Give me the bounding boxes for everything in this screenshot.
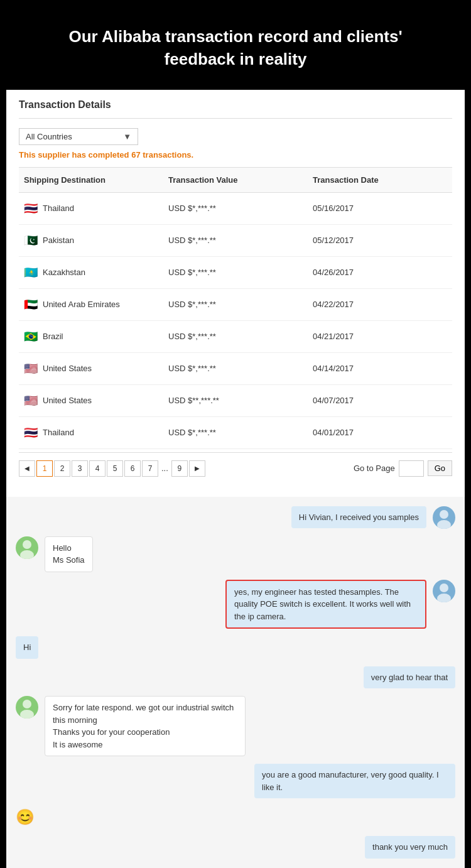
- page-4-btn[interactable]: 4: [89, 460, 106, 477]
- transaction-table-body: 🇹🇭 Thailand USD $*,***.** 05/16/2017 🇵🇰 …: [19, 193, 452, 449]
- cell-date: 04/21/2017: [308, 329, 452, 344]
- goto-page: Go to Page Go: [354, 460, 452, 477]
- country-filter-select[interactable]: All Countries ▼: [19, 128, 138, 145]
- avatar: [16, 696, 38, 719]
- cell-destination: 🇧🇷 Brazil: [19, 327, 163, 346]
- flag-icon: 🇦🇪: [24, 298, 38, 312]
- svg-point-6: [23, 700, 31, 708]
- page-3-btn[interactable]: 3: [72, 460, 88, 477]
- cell-date: 04/22/2017: [308, 297, 452, 312]
- cell-date: 05/12/2017: [308, 233, 452, 247]
- flag-icon: 🇹🇭: [24, 202, 38, 215]
- chat-message-row: 😊: [16, 806, 455, 828]
- dropdown-arrow-icon: ▼: [123, 132, 131, 141]
- chat-bubble: Sorry for late respond. we got our indus…: [45, 696, 246, 756]
- transaction-title: Transaction Details: [19, 99, 452, 119]
- flag-icon: 🇵🇰: [24, 234, 38, 247]
- cell-value: USD $*,***.**: [163, 265, 308, 279]
- table-row: 🇹🇭 Thailand USD $*,***.** 04/01/2017: [19, 417, 452, 449]
- cell-date: 05/16/2017: [308, 201, 452, 215]
- chat-bubble: 😊: [16, 806, 35, 828]
- page-9-btn[interactable]: 9: [171, 460, 188, 477]
- cell-destination: 🇹🇭 Thailand: [19, 423, 163, 442]
- chat-message-row: thank you very much: [16, 836, 455, 859]
- next-page-btn[interactable]: ▶: [189, 460, 205, 477]
- svg-point-7: [20, 710, 34, 719]
- svg-point-0: [440, 510, 448, 519]
- cell-destination: 🇺🇸 United States: [19, 391, 163, 410]
- cell-date: 04/26/2017: [308, 265, 452, 279]
- col-shipping: Shipping Destination: [19, 173, 163, 187]
- goto-input[interactable]: [399, 460, 424, 477]
- cell-value: USD $*,***.**: [163, 425, 308, 440]
- chat-bubble: thank you very much: [365, 836, 455, 859]
- avatar: [433, 580, 455, 602]
- table-row: 🇧🇷 Brazil USD $*,***.** 04/21/2017: [19, 321, 452, 353]
- cell-value: USD $*,***.**: [163, 361, 308, 376]
- cell-value: USD $*,***.**: [163, 201, 308, 215]
- cell-destination: 🇹🇭 Thailand: [19, 199, 163, 218]
- page-6-btn[interactable]: 6: [124, 460, 141, 477]
- col-date: Transaction Date: [308, 173, 452, 187]
- chat-message-row: HelloMs Sofia: [16, 536, 455, 572]
- prev-page-btn[interactable]: ◀: [19, 460, 35, 477]
- svg-point-4: [440, 583, 448, 592]
- flag-icon: 🇹🇭: [24, 426, 38, 440]
- cell-value: USD $**,***.**: [163, 393, 308, 408]
- country-name: Kazakhstan: [43, 268, 85, 277]
- cell-value: USD $*,***.**: [163, 297, 308, 312]
- chat-bubble: very glad to hear that: [364, 666, 455, 689]
- flag-icon: 🇺🇸: [24, 394, 38, 408]
- transaction-section: Transaction Details All Countries ▼ This…: [6, 90, 465, 494]
- flag-icon: 🇺🇸: [24, 362, 38, 376]
- col-value: Transaction Value: [163, 173, 308, 187]
- page-title: Our Alibaba transaction record and clien…: [38, 25, 433, 71]
- chat-bubble: Hi Vivian, I received you samples: [291, 506, 426, 529]
- country-name: United States: [43, 396, 92, 405]
- chat-message-row: Hi: [16, 636, 455, 659]
- table-row: 🇹🇭 Thailand USD $*,***.** 05/16/2017: [19, 193, 452, 225]
- svg-point-3: [20, 550, 34, 559]
- chat-message-row: very glad to hear that: [16, 666, 455, 689]
- chat-message-row: Sorry for late respond. we got our indus…: [16, 696, 455, 756]
- chat-section: Hi Vivian, I received you samples HelloM…: [6, 497, 465, 868]
- chat-message-row: Hi Vivian, I received you samples: [16, 506, 455, 529]
- cell-destination: 🇵🇰 Pakistan: [19, 231, 163, 250]
- cell-date: 04/07/2017: [308, 393, 452, 408]
- svg-point-1: [437, 520, 451, 529]
- cell-date: 04/14/2017: [308, 361, 452, 376]
- flag-icon: 🇰🇿: [24, 266, 38, 279]
- chat-bubble: you are a good manufacturer, very good q…: [254, 764, 455, 798]
- chat-bubble: yes, my engineer has tested thesamples. …: [225, 580, 426, 629]
- country-name: Thailand: [43, 203, 74, 213]
- cell-destination: 🇰🇿 Kazakhstan: [19, 263, 163, 282]
- header-section: Our Alibaba transaction record and clien…: [0, 0, 471, 90]
- country-name: Thailand: [43, 428, 74, 437]
- goto-label: Go to Page: [354, 464, 395, 473]
- chat-container: Hi Vivian, I received you samples HelloM…: [16, 506, 455, 868]
- svg-point-2: [23, 540, 31, 549]
- transaction-count: This supplier has completed 67 transacti…: [19, 150, 452, 160]
- table-header: Shipping Destination Transaction Value T…: [19, 167, 452, 193]
- country-name: United States: [43, 364, 92, 373]
- chat-bubble: HelloMs Sofia: [45, 536, 93, 572]
- pagination: ◀ 1 2 3 4 5 6 7 ... 9 ▶ Go to Page Go: [19, 452, 452, 484]
- page-ellipsis: ...: [161, 464, 168, 473]
- page-1-btn[interactable]: 1: [36, 460, 53, 477]
- cell-date: 04/01/2017: [308, 425, 452, 440]
- avatar: [433, 506, 455, 529]
- page-5-btn[interactable]: 5: [107, 460, 123, 477]
- flag-icon: 🇧🇷: [24, 330, 38, 344]
- page-7-btn[interactable]: 7: [142, 460, 158, 477]
- page-numbers: ◀ 1 2 3 4 5 6 7 ... 9 ▶: [19, 460, 205, 477]
- avatar: [16, 536, 38, 559]
- cell-value: USD $*,***.**: [163, 233, 308, 247]
- table-row: 🇺🇸 United States USD $*,***.** 04/14/201…: [19, 353, 452, 385]
- svg-point-5: [437, 594, 451, 602]
- table-row: 🇦🇪 United Arab Emirates USD $*,***.** 04…: [19, 289, 452, 321]
- page-2-btn[interactable]: 2: [54, 460, 70, 477]
- country-name: Brazil: [43, 332, 63, 341]
- goto-go-button[interactable]: Go: [428, 460, 452, 476]
- table-row: 🇰🇿 Kazakhstan USD $*,***.** 04/26/2017: [19, 257, 452, 289]
- chat-message-row: yes, my engineer has tested thesamples. …: [16, 580, 455, 629]
